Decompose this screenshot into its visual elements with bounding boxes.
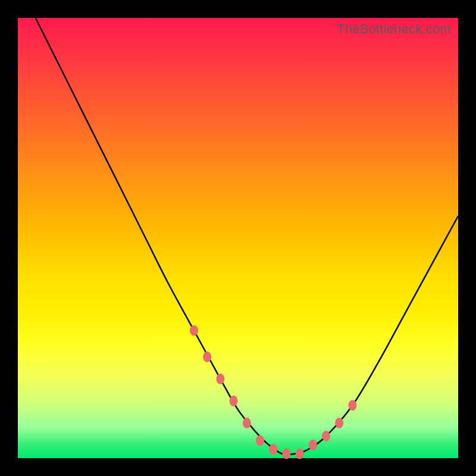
marker-point	[203, 352, 211, 362]
watermark-text: TheBottleneck.com	[337, 21, 451, 37]
marker-point	[190, 325, 198, 336]
marker-point	[335, 418, 343, 428]
marker-point	[256, 435, 264, 446]
marker-point	[269, 444, 277, 455]
plot-area: TheBottleneck.com	[18, 18, 458, 458]
marker-point	[322, 431, 330, 441]
marker-point	[296, 449, 304, 459]
marker-point	[309, 440, 317, 450]
marker-group	[190, 325, 356, 459]
marker-point	[348, 400, 356, 411]
marker-point	[243, 418, 251, 428]
chart-svg	[18, 18, 458, 458]
bottleneck-curve	[36, 18, 458, 455]
marker-point	[230, 396, 238, 406]
marker-point	[282, 449, 290, 459]
marker-point	[216, 374, 224, 384]
chart-frame: TheBottleneck.com	[0, 0, 476, 476]
